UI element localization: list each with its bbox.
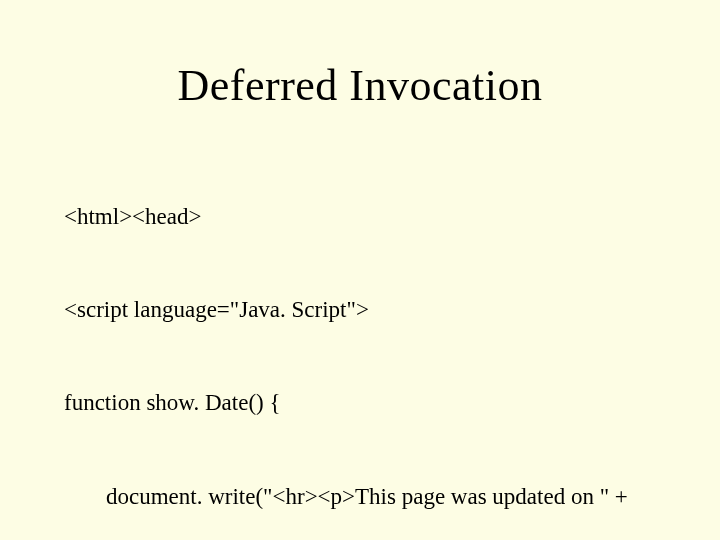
slide: Deferred Invocation <html><head> <script…: [0, 0, 720, 540]
code-line: function show. Date() {: [64, 387, 656, 418]
code-line: <html><head>: [64, 201, 656, 232]
slide-title: Deferred Invocation: [64, 60, 656, 111]
code-line-indent: document. write("<hr><p>This page was up…: [64, 481, 656, 512]
code-line: <script language="Java. Script">: [64, 294, 656, 325]
code-block: <html><head> <script language="Java. Scr…: [64, 139, 656, 540]
